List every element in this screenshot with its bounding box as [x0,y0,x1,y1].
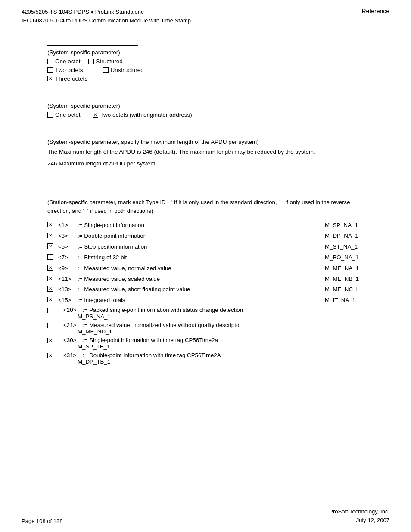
type-desc-1: := Single-point information [78,221,316,230]
type-cb-21 [47,323,53,328]
checkbox-unstructured-box [103,67,109,73]
checkbox-two-octets: Two octets [47,67,83,73]
type-row-9: <9> := Measured value, normalized value … [47,264,364,273]
type-desc-31: := Double-point information with time ta… [83,352,221,358]
type-num-20: <20> [63,307,83,313]
type-content-30: <30> := Single-point information with ti… [58,337,218,350]
type-code-20: M_PS_NA_1 [78,313,243,320]
type-code-3: M_DP_NA_1 [325,232,364,240]
footer-date: July 12, 2007 [329,516,389,525]
main-content: (System-specific parameter) One octet St… [0,29,411,376]
section2-param-label: (System-specific parameter) [47,103,364,109]
type-cb-13 [47,286,53,292]
type-code-11: M_ME_NB_1 [325,275,364,283]
section1-row1: One octet Structured [47,58,364,65]
type-desc-5: := Step position information [78,243,316,251]
checkbox-unstructured: Unstructured [103,67,144,73]
page-header: 4205/5205-TS-104S-PDPS ♦ ProLinx Standal… [0,0,411,29]
checkbox-one-octet-s2-box [47,112,53,118]
type-desc-3: := Double-point information [78,232,316,240]
type-code-30: M_SP_TB_1 [78,343,218,350]
type-num-13: <13> [58,285,78,294]
type-row-15: <15> := Integrated totals M_IT_NA_1 [47,296,364,305]
type-cb-1 [47,222,53,227]
type-num-30: <30> [63,337,83,343]
section-4: (Station-specific parameter, mark each T… [47,180,364,365]
type-num-9: <9> [58,264,78,273]
type-row-1: <1> := Single-point information M_SP_NA_… [47,221,364,230]
type-desc-9: := Measured value, normalized value [78,264,321,273]
section-3: (System-specific parameter, specify the … [47,128,364,167]
section4-underline [47,184,168,192]
type-num-21: <21> [63,322,83,328]
type-cb-15 [47,297,53,302]
checkbox-one-octet-box [47,59,53,64]
type-cb-31 [47,353,53,358]
type-row-30-line1: <30> := Single-point information with ti… [58,337,218,343]
section3-apdu-value: 246 Maximum length of APDU per system [47,160,364,167]
type-cb-9 [47,265,53,271]
footer-company-name: ProSoft Technology, Inc. [329,507,389,516]
type-code-9: M_ME_NA_1 [325,264,364,273]
type-row-3: <3> := Double-point information M_DP_NA_… [47,232,364,240]
type-row-31-line1: <31> := Double-point information with ti… [58,352,221,358]
type-code-7: M_BO_NA_1 [325,253,364,262]
type-num-11: <11> [58,275,78,283]
type-num-5: <5> [58,243,78,251]
footer-company: ProSoft Technology, Inc. July 12, 2007 [329,507,389,524]
type-row-21-line1: <21> := Measured value, normalized value… [58,322,241,328]
section1-param-label: (System-specific parameter) [47,49,364,56]
checkbox-structured: Structured [88,58,123,65]
type-num-7: <7> [58,253,78,262]
type-cb-20 [47,308,53,313]
type-cb-5 [47,243,53,249]
section-2: (System-specific parameter) One octet Tw… [47,91,364,118]
type-desc-7: := Bitstring of 32 bit [78,253,316,262]
checkbox-two-octets-box [47,67,53,73]
type-row-20-line1: <20> := Packed single-point information … [58,307,243,313]
type-num-31: <31> [63,352,83,358]
type-desc-13: := Measured value, short floating point … [78,285,321,294]
checkbox-structured-box [88,59,94,64]
type-row-7: <7> := Bitstring of 32 bit M_BO_NA_1 [47,253,364,262]
checkbox-one-octet-s2-label: One octet [55,112,81,118]
type-cb-30 [47,338,53,343]
section3-apdu-text: The Maximum length of the APDU is 246 (d… [47,148,364,157]
type-row-30: <30> := Single-point information with ti… [47,337,364,350]
checkbox-two-octets-originator-box [93,112,98,118]
type-row-13: <13> := Measured value, short floating p… [47,285,364,294]
type-desc-11: := Measured value, scaled value [78,275,316,283]
section2-underline [47,91,116,99]
page: 4205/5205-TS-104S-PDPS ♦ ProLinx Standal… [0,0,411,532]
type-desc-15: := Integrated totals [78,296,316,305]
checkbox-two-octets-label: Two octets [55,67,83,73]
type-content-20: <20> := Packed single-point information … [58,307,243,320]
type-desc-21: := Measured value, normalized value with… [83,322,241,328]
type-code-13: M_ME_NC_I [325,285,364,294]
section-1: (System-specific parameter) One octet St… [47,38,364,82]
checkbox-three-octets-label: Three octets [55,75,87,82]
section2-row1: One octet Two octets (with originator ad… [47,112,364,118]
type-content-21: <21> := Measured value, normalized value… [58,322,241,335]
type-num-15: <15> [58,296,78,305]
type-code-31: M_DP_TB_1 [78,358,221,365]
type-code-5: M_ST_NA_1 [325,243,364,251]
checkbox-three-octets: Three octets [47,75,87,82]
section1-underline [47,38,138,46]
type-row-31: <31> := Double-point information with ti… [47,352,364,365]
checkbox-unstructured-label: Unstructured [111,67,144,73]
checkbox-two-octets-originator: Two octets (with originator address) [93,112,192,118]
header-line2: IEC-60870-5-104 to PDPS Communication Mo… [22,16,191,25]
footer-page: Page 108 of 128 [22,518,62,524]
checkbox-one-octet-label: One octet [55,58,81,65]
section3-underline [47,128,90,135]
checkbox-two-octets-originator-label: Two octets (with originator address) [100,112,192,118]
type-num-3: <3> [58,232,78,240]
type-content-31: <31> := Double-point information with ti… [58,352,221,365]
type-row-21: <21> := Measured value, normalized value… [47,322,364,335]
type-cb-11 [47,276,53,281]
header-title: 4205/5205-TS-104S-PDPS ♦ ProLinx Standal… [22,8,191,25]
type-code-1: M_SP_NA_1 [325,221,364,230]
section1-row2: Two octets Unstructured [47,67,364,73]
type-code-15: M_IT_NA_1 [325,296,364,305]
